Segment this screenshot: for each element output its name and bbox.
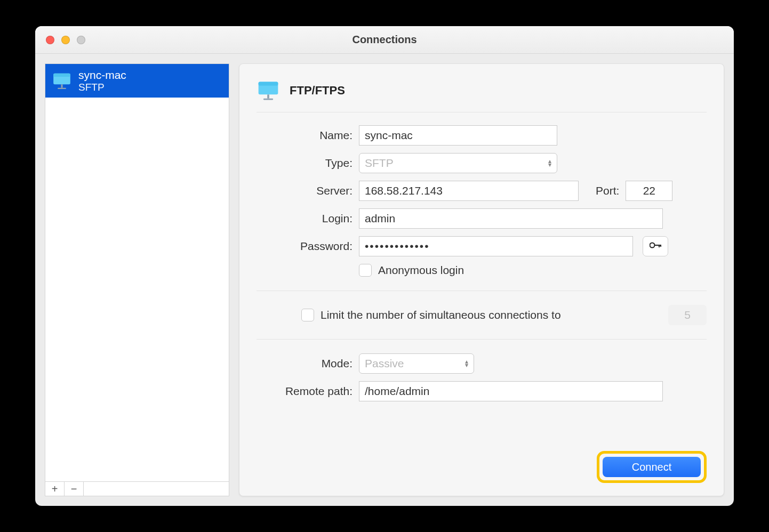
anonymous-checkbox[interactable] — [359, 264, 372, 277]
window-title: Connections — [35, 34, 734, 46]
network-folder-icon — [52, 71, 72, 91]
login-input[interactable] — [359, 208, 663, 229]
sidebar-item-connection[interactable]: sync-mac SFTP — [45, 64, 229, 98]
port-label: Port: — [596, 184, 619, 197]
panel-header: FTP/FTPS — [257, 79, 707, 112]
chevron-updown-icon: ▴▾ — [548, 159, 551, 167]
password-label: Password: — [257, 240, 353, 253]
add-connection-button[interactable]: + — [45, 482, 65, 496]
sidebar-item-protocol: SFTP — [78, 82, 126, 93]
connect-button[interactable]: Connect — [603, 457, 701, 477]
type-value: SFTP — [365, 157, 394, 170]
limit-checkbox[interactable] — [301, 309, 314, 321]
svg-rect-1 — [53, 73, 70, 76]
panel-title: FTP/FTPS — [290, 84, 345, 98]
divider — [257, 339, 707, 340]
server-input[interactable] — [359, 181, 579, 201]
name-input[interactable] — [359, 125, 557, 146]
connections-list[interactable]: sync-mac SFTP — [45, 63, 229, 481]
limit-label: Limit the number of simultaneous connect… — [321, 309, 561, 321]
chevron-updown-icon: ▴▾ — [465, 360, 468, 367]
connect-highlight: Connect — [597, 451, 707, 483]
mode-select[interactable]: Passive ▴▾ — [359, 353, 474, 374]
remove-connection-button[interactable]: − — [65, 482, 84, 496]
anonymous-label: Anonymous login — [378, 264, 464, 277]
svg-rect-6 — [267, 94, 269, 98]
svg-rect-7 — [263, 99, 273, 100]
svg-rect-10 — [659, 245, 660, 247]
titlebar: Connections — [35, 26, 734, 54]
svg-rect-3 — [58, 87, 66, 88]
remote-path-label: Remote path: — [257, 385, 353, 398]
password-input[interactable] — [359, 236, 633, 256]
limit-value: 5 — [668, 305, 707, 325]
minimize-window-button[interactable] — [61, 36, 70, 44]
content-area: sync-mac SFTP + − — [35, 54, 734, 506]
connection-form: Name: Type: SFTP ▴▾ Server: Port: — [257, 112, 707, 401]
network-folder-icon — [257, 79, 280, 102]
key-icon — [650, 241, 661, 251]
sidebar-container: sync-mac SFTP + − — [45, 63, 229, 496]
type-label: Type: — [257, 157, 353, 170]
mode-value: Passive — [365, 357, 404, 370]
key-button[interactable] — [643, 236, 668, 256]
type-select[interactable]: SFTP ▴▾ — [359, 153, 557, 173]
svg-rect-5 — [259, 82, 278, 86]
mode-label: Mode: — [257, 357, 353, 370]
svg-rect-11 — [660, 245, 661, 247]
window-controls — [35, 36, 85, 44]
divider — [257, 291, 707, 291]
server-label: Server: — [257, 184, 353, 197]
sidebar-item-name: sync-mac — [78, 68, 126, 82]
close-window-button[interactable] — [46, 36, 54, 44]
svg-point-8 — [650, 243, 655, 248]
connections-window: Connections sync-mac SFT — [35, 26, 734, 506]
sidebar-toolbar: + − — [45, 481, 229, 496]
sidebar-item-text: sync-mac SFTP — [78, 68, 126, 93]
remote-path-input[interactable] — [359, 381, 663, 401]
login-label: Login: — [257, 212, 353, 225]
name-label: Name: — [257, 129, 353, 142]
svg-rect-2 — [61, 84, 62, 87]
port-input[interactable] — [626, 181, 672, 201]
zoom-window-button[interactable] — [77, 36, 85, 44]
svg-rect-9 — [654, 245, 661, 246]
plus-icon: + — [52, 483, 58, 495]
connection-details-panel: FTP/FTPS Name: Type: SFTP ▴▾ — [239, 63, 724, 496]
minus-icon: − — [71, 483, 77, 495]
panel-footer: Connect — [257, 451, 707, 483]
